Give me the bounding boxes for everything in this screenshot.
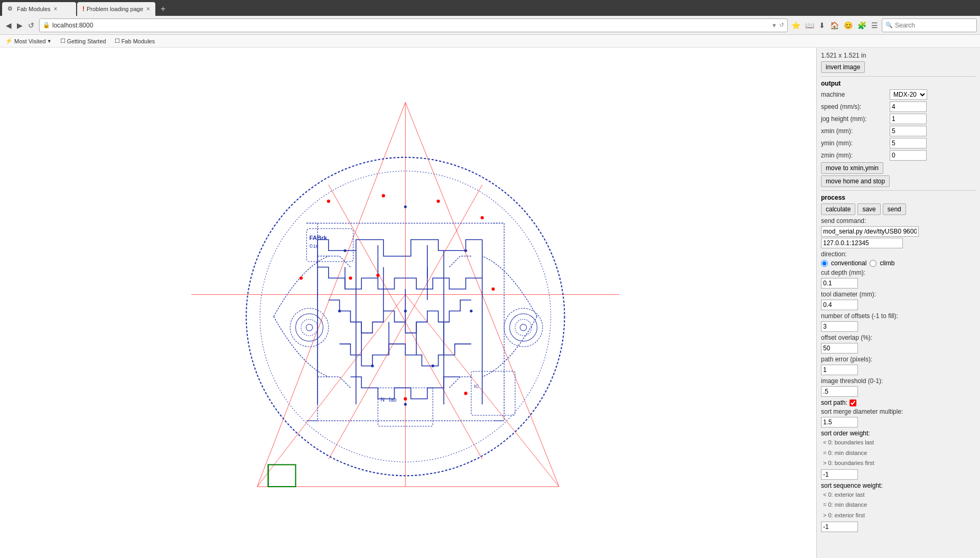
climb-label: climb xyxy=(880,259,894,267)
getting-started-icon: ☐ xyxy=(60,38,66,44)
svg-point-38 xyxy=(349,276,352,280)
sort-path-checkbox[interactable] xyxy=(850,399,856,406)
sort-merge-input[interactable] xyxy=(821,417,858,427)
svg-point-35 xyxy=(481,216,484,219)
bookmark-fab-modules[interactable]: ☐ Fab Modules xyxy=(113,37,157,45)
image-threshold-row: image threshold (0-1): xyxy=(821,377,976,385)
speed-input[interactable] xyxy=(890,101,927,112)
speed-label: speed (mm/s): xyxy=(821,103,890,110)
extensions-icon[interactable]: 🧩 xyxy=(856,20,868,31)
right-panel: 1.521 x 1.521 in invert image output mac… xyxy=(816,48,980,558)
jog-height-row: jog height (mm): xyxy=(821,114,976,124)
svg-point-33 xyxy=(382,194,385,197)
bookmark-getting-started[interactable]: ☐ Getting Started xyxy=(58,37,108,45)
svg-point-25 xyxy=(464,249,467,252)
url-reload-icon[interactable]: ↺ xyxy=(779,22,784,29)
svg-point-36 xyxy=(300,276,303,280)
sort-order-line-1: = 0: min distance xyxy=(821,449,976,458)
offset-overlap-label: offset overlap (%): xyxy=(821,334,890,341)
ymin-input[interactable] xyxy=(890,138,927,148)
dimension-text: 1.521 x 1.521 in xyxy=(821,52,976,59)
fab-modules-favicon: ⚙ xyxy=(7,5,15,13)
sort-order-line-2: > 0: boundaries first xyxy=(821,459,976,468)
offset-overlap-input[interactable] xyxy=(821,343,858,354)
move-home-button[interactable]: move home and stop xyxy=(821,175,890,187)
bookmark-getting-started-label: Getting Started xyxy=(67,38,106,44)
sort-sequence-line-2: > 0: exterior first xyxy=(821,511,976,520)
svg-point-30 xyxy=(432,365,434,367)
canvas-area: FABrk ©16 xyxy=(0,48,816,558)
back-button[interactable]: ◀ xyxy=(3,20,14,31)
zmin-input[interactable] xyxy=(890,150,927,161)
xmin-input[interactable] xyxy=(890,126,927,136)
forward-button[interactable]: ▶ xyxy=(14,20,25,31)
calculate-button[interactable]: calculate xyxy=(821,203,855,215)
invert-image-button[interactable]: invert image xyxy=(821,61,865,73)
tool-diameter-row: tool diameter (mm): xyxy=(821,291,976,298)
offset-overlap-row: offset overlap (%): xyxy=(821,334,976,341)
process-section: process calculate save send send command… xyxy=(821,194,976,532)
problem-loading-favicon: ! xyxy=(82,5,85,13)
account-icon[interactable]: 😊 xyxy=(842,20,854,31)
ymin-label: ymin (mm): xyxy=(821,140,890,147)
svg-rect-0 xyxy=(109,48,707,558)
svg-point-24 xyxy=(404,206,407,208)
xmin-label: xmin (mm): xyxy=(821,127,890,135)
num-offsets-row: number of offsets (-1 to fill): xyxy=(821,312,976,320)
machine-select[interactable]: MDX-20 MDX-40 Roland xyxy=(890,89,927,100)
machine-label: machine xyxy=(821,91,890,98)
conventional-radio[interactable] xyxy=(821,260,828,267)
direction-radio-group: conventional climb xyxy=(821,259,976,267)
image-threshold-input[interactable] xyxy=(821,386,858,397)
most-visited-arrow: ▼ xyxy=(47,39,52,44)
climb-radio[interactable] xyxy=(870,260,876,267)
new-tab-button[interactable]: + xyxy=(157,3,169,15)
download-icon[interactable]: ⬇ xyxy=(817,20,827,31)
svg-text:fab: fab xyxy=(389,397,397,403)
process-buttons: calculate save send xyxy=(821,203,976,215)
conventional-label: conventional xyxy=(831,259,866,267)
canvas-svg: FABrk ©16 xyxy=(0,48,816,558)
send-button[interactable]: send xyxy=(883,203,906,215)
tab-problem-loading-label: Problem loading page xyxy=(87,6,143,12)
direction-label: direction: xyxy=(821,250,890,258)
fab-modules-bookmark-icon: ☐ xyxy=(115,38,120,44)
url-input[interactable] xyxy=(52,22,769,29)
zmin-row: zmin (mm): xyxy=(821,150,976,161)
svg-text:IC: IC xyxy=(474,384,479,389)
bookmark-most-visited[interactable]: ⚡ Most Visited ▼ xyxy=(3,37,54,45)
tool-diameter-input[interactable] xyxy=(821,300,858,310)
url-dropdown-icon[interactable]: ▼ xyxy=(771,22,777,29)
path-error-input[interactable] xyxy=(821,365,858,375)
process-title: process xyxy=(821,194,976,201)
reload-button[interactable]: ↺ xyxy=(25,20,37,31)
bookmarks-bar: ⚡ Most Visited ▼ ☐ Getting Started ☐ Fab… xyxy=(0,35,980,48)
sort-path-label: sort path: xyxy=(821,399,847,406)
svg-point-31 xyxy=(404,403,407,406)
cut-depth-input[interactable] xyxy=(821,278,858,289)
tab-problem-loading[interactable]: ! Problem loading page × xyxy=(77,2,155,16)
output-section: output machine MDX-20 MDX-40 Roland spee… xyxy=(821,80,976,187)
save-button[interactable]: save xyxy=(857,203,880,215)
path-error-row: path error (pixels): xyxy=(821,356,976,363)
tab-fab-modules-close[interactable]: × xyxy=(54,5,58,13)
svg-point-40 xyxy=(464,392,467,395)
tab-problem-loading-close[interactable]: × xyxy=(146,5,150,13)
send-command-input[interactable] xyxy=(821,226,919,237)
jog-height-input[interactable] xyxy=(890,114,927,124)
num-offsets-input[interactable] xyxy=(821,321,858,332)
bookmark-star-icon[interactable]: ⭐ xyxy=(790,20,802,31)
sort-sequence-input[interactable] xyxy=(821,522,858,532)
tab-fab-modules[interactable]: ⚙ Fab Modules × xyxy=(2,2,76,16)
xmin-row: xmin (mm): xyxy=(821,126,976,136)
menu-icon[interactable]: ☰ xyxy=(870,20,880,31)
search-input[interactable] xyxy=(895,22,964,29)
nav-icons: ⭐ 📖 ⬇ 🏠 😊 🧩 ☰ xyxy=(790,20,880,31)
home-icon[interactable]: 🏠 xyxy=(828,20,841,31)
sort-order-input[interactable] xyxy=(821,469,858,480)
move-to-xmin-button[interactable]: move to xmin,ymin xyxy=(821,162,883,174)
bookmark-icon[interactable]: 📖 xyxy=(804,20,816,31)
send-command-ip-input[interactable] xyxy=(821,238,903,248)
path-error-label: path error (pixels): xyxy=(821,356,890,363)
svg-text:N: N xyxy=(381,397,385,403)
